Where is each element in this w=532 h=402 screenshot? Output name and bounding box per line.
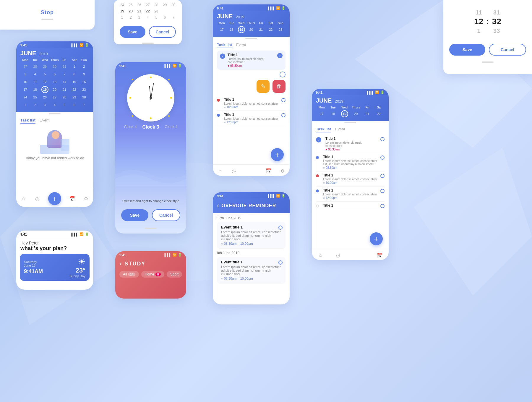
- phone1-nav-clock[interactable]: ◷: [34, 195, 40, 202]
- phone2-time: 9:41: [217, 7, 223, 10]
- phone1-days-header: MonTueWedThursFriSatSun: [20, 59, 89, 62]
- cal-next-4: 4: [144, 15, 152, 20]
- phone1-nav-home[interactable]: ⌂: [20, 195, 27, 202]
- phone2-today[interactable]: 19: [238, 26, 245, 33]
- phone2-nav-home[interactable]: ⌂: [217, 168, 223, 174]
- overdue-event1-time: ○ 08:30am – 10:00pm: [221, 242, 281, 245]
- phone3-fab[interactable]: +: [370, 232, 383, 245]
- phone3-today[interactable]: 19: [341, 110, 348, 117]
- clock-save-btn[interactable]: Save: [121, 209, 148, 221]
- overdue-event2-title: Event title 1: [221, 260, 281, 264]
- clock-labels: Clock 4 Clock 3 Clock 4: [115, 124, 186, 130]
- phone3-nav-clock[interactable]: ◷: [335, 252, 341, 258]
- study-tab-all[interactable]: All14: [119, 271, 139, 278]
- greeting-weather: Sunny Day: [69, 274, 85, 278]
- phone1-nav-settings[interactable]: ⚙: [83, 195, 89, 202]
- phone2-nav-calendar[interactable]: 📅: [265, 168, 272, 174]
- cal-prev-6: 29: [160, 3, 169, 7]
- greeting-text: Hey Peter,: [20, 241, 89, 245]
- cal-d5[interactable]: 23: [152, 8, 160, 14]
- greeting-phone: 9:41 ▌▌▌📶🔋 Hey Peter, what 's your plan?…: [16, 231, 93, 290]
- overdue-back-btn[interactable]: ‹: [217, 202, 219, 210]
- phone1-nav-calendar[interactable]: 📅: [69, 195, 75, 202]
- study-tab-home[interactable]: Home8: [141, 271, 164, 278]
- study-back-btn[interactable]: ‹: [119, 260, 121, 268]
- time-min-cur: 32: [492, 17, 501, 27]
- overdue-event1: Event title 1 Lorem ipsum dolor sit amet…: [217, 222, 286, 249]
- phone1-fab[interactable]: +: [48, 192, 61, 205]
- cal-d1[interactable]: 19: [118, 8, 126, 14]
- phone3-nav-home[interactable]: ⌂: [317, 252, 324, 258]
- overdue-event1-radio[interactable]: [278, 226, 283, 230]
- phone2-action-delete[interactable]: 🗑: [273, 80, 286, 93]
- cal-d2[interactable]: 20: [126, 8, 135, 14]
- modal-cancel-btn[interactable]: Cancel: [149, 26, 176, 38]
- time-hour-next: 1: [477, 27, 480, 34]
- phone2-nav-settings[interactable]: ⚙: [279, 168, 286, 174]
- phone3-task-1: ✓ Title 1 Lorem ipsum dolor sit amet, co…: [316, 135, 385, 153]
- overdue-event2-desc: Lorem ipsum dolor sit amet, consectetuer…: [221, 265, 281, 276]
- phone2-action-edit[interactable]: ✎: [257, 80, 270, 93]
- time-min-prev: 31: [493, 9, 500, 16]
- phone3-task-tab[interactable]: Task list: [316, 127, 331, 132]
- modal-save-btn[interactable]: Save: [120, 26, 145, 38]
- overdue-event2-radio[interactable]: [278, 260, 283, 265]
- phone2-radio-2[interactable]: [281, 98, 286, 102]
- phone2-status-bar: 9:41 ▌▌▌🛜🔋: [213, 4, 290, 11]
- cal-next-2: 2: [126, 15, 135, 20]
- phone1-time: 9:41: [20, 43, 27, 47]
- cal-d4[interactable]: 22: [144, 8, 152, 14]
- clock-status-bar: 9:41 ▌▌▌🛜🔋: [115, 62, 186, 68]
- time-cancel-btn[interactable]: Cancel: [489, 44, 526, 56]
- phone3-nav-calendar[interactable]: 📅: [377, 252, 383, 258]
- phone2-task-tab[interactable]: Task list: [217, 43, 232, 48]
- phone1-cal-grid: 272829303112 3456789 10111213141516 1718…: [20, 63, 89, 108]
- overdue-event1-desc: Lorem ipsum dolor sit amet, consectetuer…: [221, 230, 281, 241]
- cal-d3[interactable]: 21: [135, 8, 144, 14]
- phone2-task-1: ✓ Title 1 Lorem ipsum dolor sit amet, co…: [217, 51, 286, 70]
- calendar-picker-modal: 24 25 26 27 28 29 30 19 20 21 22 23 1 2 …: [114, 0, 182, 44]
- clock-btn-row: Save Cancel: [115, 206, 186, 225]
- stop-button[interactable]: Stop: [41, 9, 54, 16]
- phone2-task-3: Title 1 Lorem ipsum dolor sit amet, cons…: [217, 111, 286, 126]
- phone2-event-tab[interactable]: Event: [236, 43, 246, 48]
- overdue-header: ‹ OVERDUE REMINDER: [213, 198, 290, 213]
- phone3-task-5: Title 1: [316, 202, 385, 210]
- clock-label2: Clock 3: [142, 124, 159, 130]
- svg-marker-2: [414, 148, 532, 296]
- overdue-event2: Event title 1 Lorem ipsum dolor sit amet…: [217, 257, 286, 283]
- phone1-bottom-nav: ⌂ ◷ + 📅 ⚙: [16, 189, 93, 207]
- phone2-month: JUNE: [217, 13, 233, 20]
- clock-cancel-btn[interactable]: Cancel: [152, 209, 180, 221]
- cal-prev-2: 25: [126, 3, 135, 7]
- overdue-date2: 8th June 2019: [217, 251, 286, 255]
- overdue-event1-title: Event title 1: [221, 225, 281, 229]
- time-hour-prev: 11: [476, 9, 482, 16]
- phone3: 9:41 ▌▌▌🛜🔋 JUNE 2019 MonTueWedThursFriSa…: [312, 89, 389, 260]
- phone2-task-2: Title 1 Lorem ipsum dolor sit amet, cons…: [217, 96, 286, 111]
- greeting-time-display: 9:41AM: [24, 268, 43, 275]
- time-save-btn[interactable]: Save: [449, 44, 485, 56]
- phone3-task-3: Title 1 Lorem ipsum dolor sit amet, cons…: [316, 171, 385, 187]
- phone1-today[interactable]: 19: [41, 86, 48, 93]
- study-tab-sport[interactable]: Sport: [167, 271, 182, 278]
- phone2-check-radio-1[interactable]: ✓: [277, 53, 283, 58]
- phone1-task-section: Task list Event: [16, 116, 93, 127]
- phone1-event-tab[interactable]: Event: [40, 118, 49, 124]
- phone3-event-tab[interactable]: Event: [335, 127, 345, 132]
- time-colon: :: [486, 17, 489, 26]
- phone1-task-tab[interactable]: Task list: [20, 118, 35, 124]
- phone2-radio-3[interactable]: [281, 113, 286, 117]
- cal-next-3: 3: [135, 15, 144, 20]
- phone2-edit-btn[interactable]: [280, 72, 286, 77]
- clock-time: 9:41: [119, 64, 126, 68]
- phone2-check-1[interactable]: ✓: [220, 54, 225, 59]
- overdue-event2-time: ○ 08:30am – 10:00pm: [221, 277, 281, 280]
- phone2-header: JUNE 2019 MonTueWedThursFriSatSun 1718 1…: [213, 11, 290, 37]
- phone2: 9:41 ▌▌▌🛜🔋 JUNE 2019 MonTueWedThursFriSa…: [213, 4, 290, 176]
- phone2-nav-clock[interactable]: ◷: [231, 168, 237, 174]
- phone2-fab[interactable]: +: [271, 148, 284, 161]
- phone3-task-2: Title 1 Lorem ipsum dolor sit amet, cons…: [316, 153, 385, 171]
- cal-next-6: 6: [160, 15, 169, 20]
- phone1-empty-state: Today you have not added work to do: [16, 127, 93, 163]
